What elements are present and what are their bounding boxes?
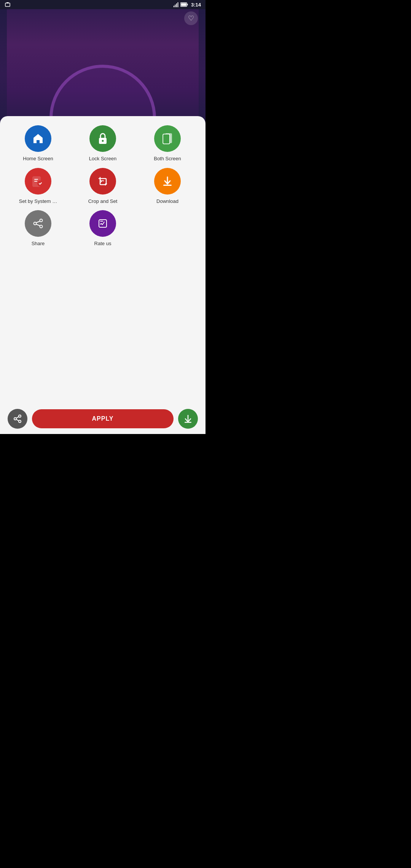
home-screen-option[interactable]: Home Screen — [8, 125, 68, 162]
lock-screen-icon — [89, 125, 116, 152]
download-label: Download — [156, 198, 178, 204]
status-bar-right: 3:14 — [174, 2, 201, 8]
both-screen-label: Both Screen — [154, 156, 181, 162]
svg-line-31 — [16, 416, 19, 418]
share-icon — [25, 210, 51, 237]
crop-and-set-icon — [89, 168, 116, 195]
svg-rect-0 — [5, 3, 10, 6]
svg-point-21 — [40, 219, 43, 222]
rate-us-label: Rate us — [94, 241, 112, 247]
svg-rect-8 — [181, 3, 186, 6]
set-by-system-option[interactable]: Set by System … — [8, 168, 68, 204]
svg-rect-20 — [163, 185, 172, 186]
action-download-icon — [183, 414, 193, 423]
notification-icon — [5, 2, 11, 8]
svg-rect-18 — [34, 181, 37, 182]
svg-point-22 — [34, 222, 37, 225]
set-by-system-label: Set by System … — [19, 198, 57, 204]
options-grid: Home Screen Lock Screen — [8, 125, 198, 204]
status-bar: 3:14 — [0, 0, 206, 9]
action-download-button[interactable] — [178, 409, 198, 429]
battery-icon — [180, 2, 188, 7]
lock-screen-label: Lock Screen — [89, 156, 116, 162]
signal-icon — [174, 2, 179, 7]
svg-rect-17 — [34, 179, 38, 180]
share-label: Share — [32, 241, 45, 247]
crop-and-set-option[interactable]: Crop and Set — [72, 168, 133, 204]
rate-us-option[interactable]: Rate us — [72, 210, 133, 247]
apply-button[interactable]: APPLY — [32, 409, 174, 428]
svg-point-10 — [102, 140, 104, 142]
status-bar-left — [5, 2, 11, 8]
apply-label: APPLY — [92, 415, 114, 422]
home-screen-label: Home Screen — [23, 156, 53, 162]
set-by-system-icon — [25, 168, 51, 195]
bottom-sheet: Home Screen Lock Screen — [0, 116, 206, 404]
svg-rect-1 — [6, 2, 9, 3]
options-grid-bottom: Share Rate us — [8, 210, 198, 247]
home-screen-icon — [25, 125, 51, 152]
both-screen-option[interactable]: Both Screen — [137, 125, 198, 162]
download-option[interactable]: Download — [137, 168, 198, 204]
svg-line-24 — [36, 221, 40, 223]
svg-point-23 — [40, 225, 43, 228]
svg-line-25 — [36, 224, 40, 226]
svg-rect-13 — [163, 134, 169, 144]
both-screen-icon — [154, 125, 181, 152]
svg-line-32 — [16, 419, 19, 421]
action-bar: APPLY — [0, 404, 206, 434]
lock-screen-option[interactable]: Lock Screen — [72, 125, 133, 162]
svg-rect-7 — [187, 4, 188, 5]
heart-button[interactable]: ♡ — [184, 11, 198, 25]
status-time: 3:14 — [191, 2, 201, 8]
action-share-icon — [13, 414, 22, 423]
crop-and-set-label: Crop and Set — [88, 198, 118, 204]
svg-rect-33 — [185, 422, 191, 423]
action-share-button[interactable] — [8, 409, 27, 429]
empty-slot — [137, 210, 198, 247]
share-option[interactable]: Share — [8, 210, 68, 247]
download-icon — [154, 168, 181, 195]
rate-us-icon — [89, 210, 116, 237]
